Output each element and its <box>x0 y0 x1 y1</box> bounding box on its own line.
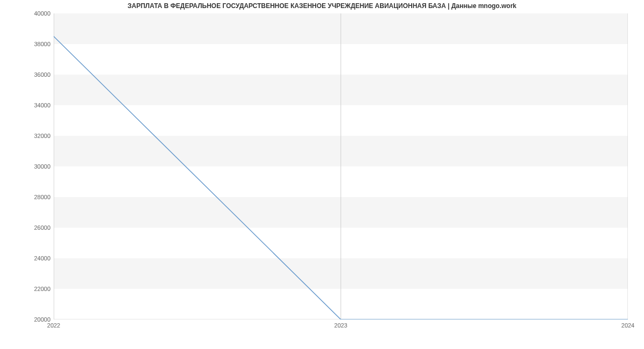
y-tick-label: 22000 <box>24 286 50 292</box>
y-tick-label: 34000 <box>24 102 50 108</box>
x-tick-label: 2024 <box>621 322 634 329</box>
y-tick-label: 26000 <box>24 224 50 231</box>
y-tick-label: 36000 <box>24 71 50 78</box>
chart-container: ЗАРПЛАТА В ФЕДЕРАЛЬНОЕ ГОСУДАРСТВЕННОЕ К… <box>0 0 644 349</box>
plot-area <box>54 13 628 319</box>
y-tick-label: 20000 <box>24 316 50 323</box>
chart-svg <box>54 13 628 319</box>
y-tick-label: 32000 <box>24 133 50 139</box>
chart-title: ЗАРПЛАТА В ФЕДЕРАЛЬНОЕ ГОСУДАРСТВЕННОЕ К… <box>0 2 644 10</box>
x-tick-label: 2023 <box>334 322 347 329</box>
y-tick-label: 28000 <box>24 194 50 200</box>
y-tick-label: 30000 <box>24 163 50 170</box>
x-tick-label: 2022 <box>47 322 60 329</box>
y-tick-label: 38000 <box>24 41 50 47</box>
y-tick-label: 40000 <box>24 10 50 17</box>
y-tick-label: 24000 <box>24 255 50 261</box>
